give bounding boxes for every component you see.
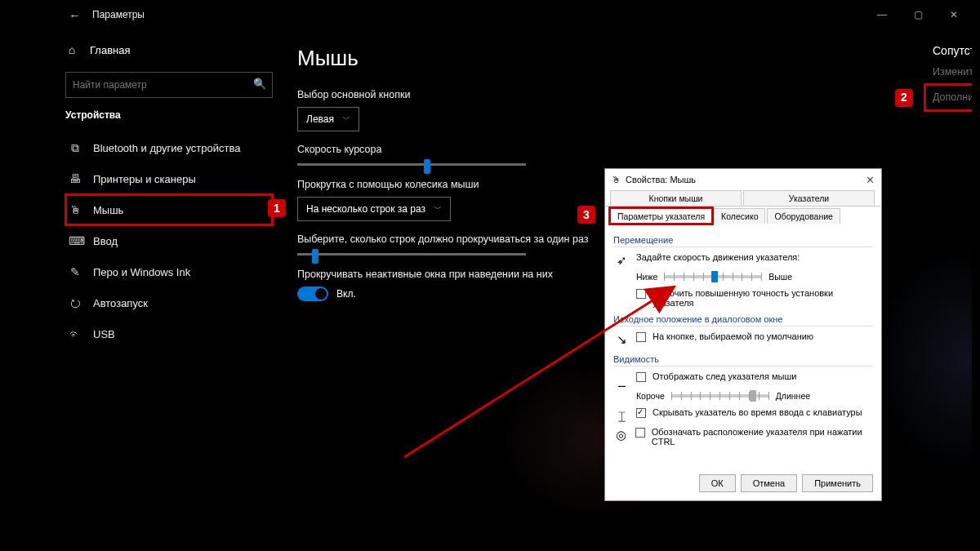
- slider-trail-length[interactable]: [671, 394, 769, 398]
- group-visibility: Видимость: [613, 354, 873, 367]
- motion-caption: Задайте скорость движения указателя:: [636, 252, 800, 262]
- annotation-badge-2: 2: [895, 89, 913, 107]
- ok-button[interactable]: ОК: [699, 474, 736, 492]
- ctrl-locate-icon: ◎: [613, 427, 629, 443]
- mouse-small-icon: 🖱: [612, 175, 621, 184]
- slider-thumb[interactable]: [312, 249, 318, 264]
- related-settings: Сопутствующие параметры Изменить размер …: [933, 44, 972, 116]
- dialog-titlebar: 🖱 Свойства: Мышь ✕: [605, 169, 881, 190]
- minimize-icon[interactable]: —: [864, 0, 900, 29]
- tab-hardware[interactable]: Оборудование: [767, 208, 840, 224]
- link-additional-mouse[interactable]: 2 Дополнительные параметры мыши: [926, 86, 972, 109]
- search-input[interactable]: [65, 72, 273, 98]
- sidebar-item-pen[interactable]: ✎ Перо и Windows Ink: [65, 256, 273, 287]
- printer-icon: 🖶: [69, 172, 82, 185]
- usb-icon: ᯤ: [69, 327, 82, 340]
- label-primary-button: Выбор основной кнопки: [297, 89, 949, 100]
- row-trail-length: Короче Длиннее: [636, 391, 873, 401]
- dialog-tabs-row1: Кнопки мыши Указатели: [605, 190, 881, 207]
- sidebar-item-label: Автозапуск: [93, 297, 148, 309]
- checkbox-snap-to[interactable]: [636, 332, 646, 342]
- sidebar-item-mouse[interactable]: 🖱 Мышь 1: [65, 194, 273, 225]
- slider-thumb[interactable]: [711, 271, 718, 282]
- search-icon: 🔍: [253, 78, 266, 90]
- maximize-icon[interactable]: ▢: [900, 0, 936, 29]
- toggle-pill[interactable]: [297, 287, 328, 301]
- keyboard-icon: ⌨: [69, 234, 82, 247]
- label-snap-to: На кнопке, выбираемой по умолчанию: [653, 331, 813, 341]
- sidebar: ⌂ Главная 🔍 Устройства ⧉ Bluetooth и дру…: [49, 29, 286, 539]
- dialog-buttons: ОК Отмена Применить: [699, 474, 873, 492]
- checkbox-enhance-precision[interactable]: [636, 289, 646, 299]
- trails-icon: ⎯: [613, 371, 630, 388]
- link-text: Дополнительные параметры мыши: [933, 91, 972, 103]
- annotation-badge-1: 1: [268, 199, 286, 217]
- slider-thumb[interactable]: [750, 390, 756, 402]
- tab-wheel[interactable]: Колесико: [714, 208, 765, 224]
- label-trails: Отображать след указателя мыши: [653, 371, 796, 381]
- snap-icon: ↘: [613, 331, 630, 348]
- tab-pointer-options[interactable]: Параметры указателя: [610, 208, 712, 224]
- checkbox-ctrl-locate[interactable]: [635, 428, 645, 438]
- hide-cursor-icon: ⌶: [613, 407, 630, 424]
- label-hide-while-typing: Скрывать указатель во время ввода с клав…: [653, 407, 862, 417]
- sidebar-item-bluetooth[interactable]: ⧉ Bluetooth и другие устройства: [65, 132, 273, 163]
- label-short: Короче: [636, 391, 665, 401]
- dialog-title: Свойства: Мышь: [626, 175, 696, 184]
- related-header: Сопутствующие параметры: [933, 44, 972, 57]
- window-title: Параметры: [92, 9, 145, 20]
- dialog-body: Перемещение ➶ Задайте скорость движения …: [605, 224, 881, 447]
- sidebar-item-label: Ввод: [93, 235, 118, 247]
- sidebar-item-usb[interactable]: ᯤ USB: [65, 318, 273, 349]
- back-icon[interactable]: ←: [69, 8, 81, 22]
- mouse-properties-dialog: 🖱 Свойства: Мышь ✕ Кнопки мыши Указатели…: [604, 168, 882, 501]
- sidebar-home[interactable]: ⌂ Главная: [65, 36, 273, 64]
- cancel-button[interactable]: Отмена: [741, 474, 797, 492]
- search-wrap: 🔍: [65, 72, 273, 98]
- slider-lines[interactable]: [297, 253, 526, 256]
- chevron-down-icon: ﹀: [434, 203, 442, 215]
- sidebar-home-label: Главная: [90, 44, 130, 56]
- home-icon: ⌂: [65, 43, 78, 56]
- apply-button[interactable]: Применить: [802, 474, 873, 492]
- label-slow: Ниже: [636, 272, 657, 282]
- bluetooth-icon: ⧉: [69, 141, 82, 155]
- label-enhance-precision: Включить повышенную точность установки у…: [653, 288, 873, 308]
- annotation-badge-3: 3: [577, 206, 595, 224]
- mouse-icon: 🖱: [69, 203, 82, 216]
- group-snap-to: Исходное положение в диалоговом окне: [613, 314, 873, 327]
- autoplay-icon: ⭮: [69, 296, 82, 309]
- close-icon[interactable]: ✕: [936, 0, 972, 29]
- slider-pointer-speed[interactable]: [664, 275, 762, 278]
- checkbox-hide-while-typing[interactable]: [636, 408, 646, 418]
- tab-buttons[interactable]: Кнопки мыши: [610, 190, 742, 206]
- sidebar-item-label: Перо и Windows Ink: [93, 266, 190, 278]
- sidebar-item-printers[interactable]: 🖶 Принтеры и сканеры: [65, 163, 273, 194]
- sidebar-item-label: Bluetooth и другие устройства: [93, 142, 240, 154]
- label-fast: Выше: [768, 272, 792, 282]
- label-cursor-speed: Скорость курсора: [297, 144, 949, 155]
- checkbox-trails[interactable]: [636, 372, 646, 382]
- sidebar-item-autoplay[interactable]: ⭮ Автозапуск: [65, 287, 273, 318]
- dropdown-value: Левая: [306, 113, 334, 125]
- dialog-close-icon[interactable]: ✕: [866, 174, 875, 186]
- sidebar-item-label: Мышь: [93, 204, 123, 216]
- page-title: Мышь: [297, 46, 949, 71]
- sidebar-item-label: USB: [93, 328, 115, 340]
- slider-cursor-speed[interactable]: [297, 163, 526, 166]
- link-cursor-size[interactable]: Изменить размер курсора и указателя мыши: [933, 65, 972, 79]
- tab-pointers[interactable]: Указатели: [743, 190, 875, 206]
- label-long: Длиннее: [776, 391, 810, 401]
- row-motion-speed: Ниже Выше: [636, 272, 873, 282]
- dropdown-scroll-mode[interactable]: На несколько строк за раз ﹀: [297, 197, 451, 221]
- titlebar: ← Параметры — ▢ ✕: [49, 0, 972, 29]
- chevron-down-icon: ﹀: [342, 113, 350, 125]
- cursor-icon: ➶: [613, 252, 630, 269]
- group-motion: Перемещение: [613, 235, 873, 247]
- pen-icon: ✎: [69, 265, 82, 278]
- label-ctrl-locate: Обозначать расположение указателя при на…: [652, 427, 873, 447]
- sidebar-item-typing[interactable]: ⌨ Ввод: [65, 225, 273, 256]
- dropdown-primary-button[interactable]: Левая ﹀: [297, 107, 359, 131]
- slider-thumb[interactable]: [424, 159, 430, 174]
- sidebar-item-label: Принтеры и сканеры: [93, 173, 196, 185]
